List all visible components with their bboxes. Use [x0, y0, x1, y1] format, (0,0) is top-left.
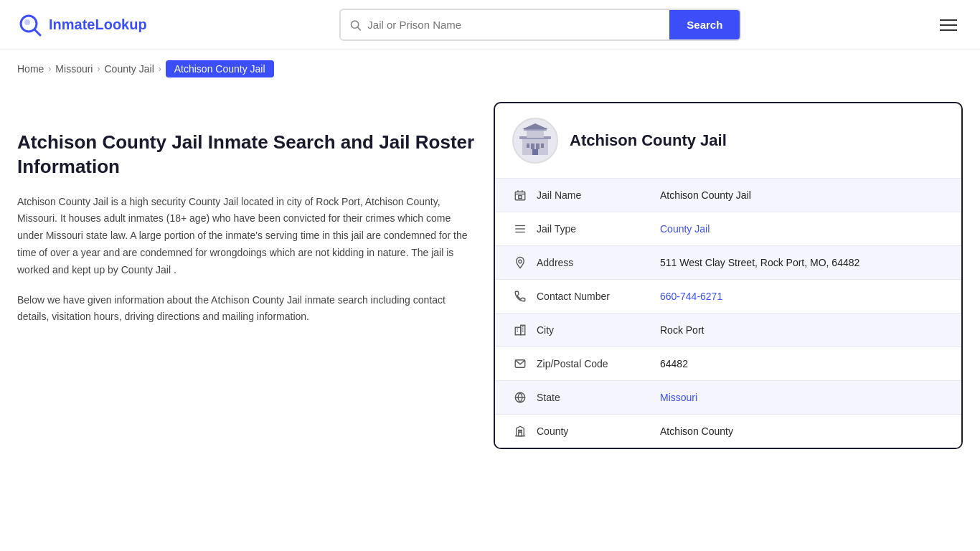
table-row: Contact Number 660-744-6271: [495, 280, 961, 314]
svg-rect-10: [531, 143, 534, 149]
state-link[interactable]: Missouri: [660, 392, 697, 403]
card-header: Atchison County Jail: [495, 103, 961, 179]
menu-line-2: [940, 24, 957, 26]
globe-icon: [512, 391, 528, 404]
jail-avatar: [512, 118, 558, 164]
location-icon: [512, 256, 528, 269]
breadcrumb-current: Atchison County Jail: [166, 60, 274, 77]
svg-rect-11: [536, 143, 540, 149]
table-row: Jail Type County Jail: [495, 212, 961, 246]
svg-line-4: [358, 27, 361, 29]
page-title: Atchison County Jail Inmate Search and J…: [17, 131, 476, 179]
svg-point-2: [24, 19, 30, 25]
jail-name-value: Atchison County Jail: [660, 189, 944, 201]
table-row: Address 511 West Clay Street, Rock Port,…: [495, 246, 961, 280]
county-icon: [512, 425, 528, 438]
breadcrumb-chevron-2: ›: [97, 64, 100, 74]
logo[interactable]: InmateLookup: [17, 12, 147, 38]
logo-text: InmateLookup: [49, 17, 147, 33]
logo-icon: [17, 12, 43, 38]
info-table: Jail Name Atchison County Jail Jail Type: [495, 179, 961, 448]
menu-line-3: [940, 29, 957, 31]
jail-icon: [512, 189, 528, 202]
svg-rect-14: [532, 149, 538, 155]
county-label: County: [537, 425, 651, 437]
jail-type-label: Jail Type: [537, 223, 651, 235]
jail-type-link[interactable]: County Jail: [660, 223, 710, 235]
county-value: Atchison County: [660, 425, 944, 437]
table-row: Zip/Postal Code 64482: [495, 347, 961, 381]
zip-icon: [512, 357, 528, 370]
table-row: County Atchison County: [495, 415, 961, 448]
breadcrumb-missouri[interactable]: Missouri: [55, 63, 93, 75]
breadcrumb: Home › Missouri › County Jail › Atchison…: [0, 50, 980, 88]
svg-rect-32: [519, 430, 520, 432]
phone-icon: [512, 290, 528, 303]
svg-rect-12: [527, 143, 529, 148]
contact-number-label: Contact Number: [537, 291, 651, 302]
city-value: Rock Port: [660, 324, 944, 336]
svg-rect-31: [519, 433, 522, 436]
menu-line-1: [940, 19, 957, 21]
phone-link[interactable]: 660-744-6271: [660, 291, 722, 302]
description-paragraph-2: Below we have given information about th…: [17, 292, 476, 326]
address-label: Address: [537, 257, 651, 268]
search-bar: Search: [339, 9, 741, 41]
svg-rect-13: [541, 143, 544, 148]
address-value: 511 West Clay Street, Rock Port, MO, 644…: [660, 257, 944, 268]
city-label: City: [537, 324, 651, 336]
description-paragraph-1: Atchison County Jail is a high security …: [17, 194, 476, 279]
breadcrumb-chevron-1: ›: [48, 64, 51, 74]
city-icon: [512, 324, 528, 336]
building-icon: [517, 122, 554, 159]
svg-line-1: [34, 29, 40, 35]
svg-rect-33: [521, 430, 522, 432]
state-value: Missouri: [660, 392, 944, 403]
info-card: Atchison County Jail Jail Name: [494, 102, 963, 449]
breadcrumb-county-jail[interactable]: County Jail: [104, 63, 154, 75]
svg-point-20: [519, 260, 522, 263]
header: InmateLookup Search: [0, 0, 980, 50]
left-column: Atchison County Jail Inmate Search and J…: [17, 102, 476, 449]
svg-rect-16: [519, 196, 522, 199]
table-row: Jail Name Atchison County Jail: [495, 179, 961, 212]
hamburger-menu-button[interactable]: [934, 14, 963, 37]
state-label: State: [537, 392, 651, 403]
table-row: City Rock Port: [495, 314, 961, 347]
card-title: Atchison County Jail: [570, 131, 727, 150]
zip-label: Zip/Postal Code: [537, 358, 651, 369]
search-input[interactable]: [367, 11, 661, 38]
table-row: State Missouri: [495, 381, 961, 415]
breadcrumb-home[interactable]: Home: [17, 63, 44, 75]
search-icon: [349, 19, 362, 32]
main-content: Atchison County Jail Inmate Search and J…: [0, 88, 980, 463]
zip-value: 64482: [660, 358, 944, 369]
jail-type-value: County Jail: [660, 223, 944, 235]
search-button[interactable]: Search: [669, 10, 740, 39]
list-icon: [512, 222, 528, 235]
right-column: Atchison County Jail Jail Name: [494, 102, 963, 449]
jail-name-label: Jail Name: [537, 189, 651, 201]
svg-marker-9: [522, 123, 548, 129]
breadcrumb-chevron-3: ›: [159, 64, 161, 74]
contact-number-value: 660-744-6271: [660, 291, 944, 302]
